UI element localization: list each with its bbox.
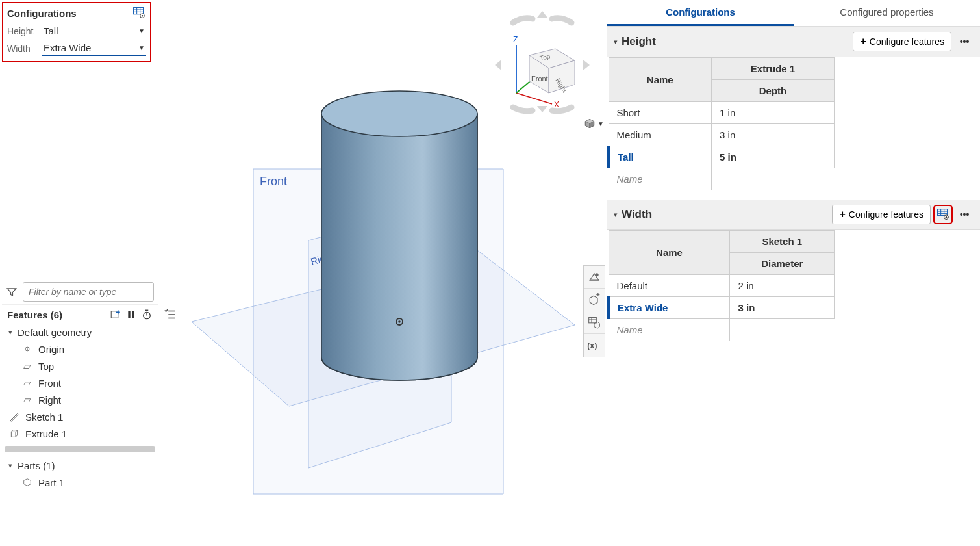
height-name-header: Name bbox=[609, 58, 712, 102]
table-row[interactable]: Short 1 in bbox=[609, 102, 835, 124]
configure-features-button[interactable]: + Configure features bbox=[832, 205, 931, 224]
right-panel-tabs: Configurations Configured properties bbox=[607, 0, 980, 27]
svg-text:X: X bbox=[554, 100, 559, 109]
config-table-tool-button[interactable] bbox=[584, 311, 605, 334]
configure-features-button[interactable]: + Configure features bbox=[853, 32, 951, 51]
svg-point-6 bbox=[142, 15, 144, 17]
height-group-header: Extrude 1 bbox=[712, 58, 835, 80]
svg-point-64 bbox=[946, 216, 948, 218]
tool-strip: (x) bbox=[583, 265, 605, 358]
height-config-table: Name Extrude 1 Depth Short 1 in Medium 3… bbox=[607, 57, 835, 190]
height-label: Height bbox=[7, 26, 38, 36]
top-plane-item[interactable]: ▱ Top bbox=[2, 358, 158, 374]
caret-down-icon: ▼ bbox=[138, 44, 145, 51]
height-section-header: ▾ Height + Configure features ••• bbox=[607, 27, 980, 57]
svg-rect-0 bbox=[134, 8, 144, 14]
configurations-right-panel: Configurations Configured properties ▾ H… bbox=[607, 0, 980, 546]
height-select[interactable]: Tall ▼ bbox=[42, 24, 146, 38]
tab-configured-properties[interactable]: Configured properties bbox=[794, 0, 980, 26]
plane-icon: ▱ bbox=[21, 394, 33, 406]
svg-point-49 bbox=[596, 273, 599, 276]
render-mode-button[interactable]: ▼ bbox=[583, 117, 604, 130]
svg-rect-10 bbox=[128, 311, 130, 318]
view-cube[interactable]: Z X Y Top Front Right bbox=[494, 10, 591, 114]
new-row-input[interactable]: Name bbox=[609, 168, 835, 190]
width-name-header: Name bbox=[609, 231, 730, 275]
svg-marker-30 bbox=[537, 11, 547, 18]
appearance-tool-button[interactable] bbox=[584, 266, 605, 289]
part-icon bbox=[21, 476, 33, 488]
table-row[interactable]: Tall 5 in bbox=[609, 146, 835, 168]
width-section-title: Width bbox=[622, 208, 828, 221]
svg-marker-32 bbox=[495, 60, 501, 70]
configurations-panel: Configurations Height Tall ▼ Width Extra… bbox=[2, 2, 151, 62]
height-select-value: Tall bbox=[44, 25, 58, 36]
svg-marker-56 bbox=[594, 322, 599, 328]
width-config-table: Name Sketch 1 Diameter Default 2 in Extr… bbox=[607, 230, 835, 341]
extrude-item[interactable]: Extrude 1 bbox=[2, 425, 158, 442]
svg-marker-33 bbox=[583, 60, 590, 70]
height-depth-header: Depth bbox=[712, 80, 835, 102]
variables-tool-button[interactable]: (x) bbox=[584, 334, 605, 357]
part-item[interactable]: Part 1 bbox=[2, 474, 158, 491]
right-plane-item[interactable]: ▱ Right bbox=[2, 391, 158, 408]
chevron-down-icon[interactable]: ▾ bbox=[614, 211, 618, 219]
width-select[interactable]: Extra Wide ▼ bbox=[42, 41, 146, 56]
svg-marker-50 bbox=[590, 296, 597, 304]
table-row[interactable]: Extra Wide 3 in bbox=[609, 297, 835, 319]
add-cube-tool-button[interactable] bbox=[584, 289, 605, 311]
front-plane-item[interactable]: ▱ Front bbox=[2, 374, 158, 391]
pause-icon[interactable] bbox=[125, 309, 137, 320]
plus-icon: + bbox=[839, 209, 845, 220]
svg-point-29 bbox=[398, 320, 401, 323]
svg-rect-58 bbox=[938, 209, 948, 216]
svg-rect-11 bbox=[132, 311, 134, 318]
new-row-input[interactable]: Name bbox=[609, 319, 835, 341]
svg-rect-53 bbox=[589, 318, 597, 323]
width-group-header: Sketch 1 bbox=[730, 231, 835, 253]
height-section-title: Height bbox=[622, 35, 849, 48]
configurations-title: Configurations bbox=[7, 8, 77, 19]
more-menu-button[interactable]: ••• bbox=[955, 32, 974, 51]
plus-icon: + bbox=[860, 36, 866, 47]
rollback-bar[interactable] bbox=[5, 446, 155, 452]
svg-point-16 bbox=[27, 348, 28, 350]
caret-down-icon: ▼ bbox=[138, 27, 145, 34]
default-geometry-item[interactable]: ▾ Default geometry bbox=[2, 324, 158, 341]
width-section-header: ▾ Width + Configure features ••• bbox=[607, 200, 980, 230]
caret-down-icon: ▼ bbox=[597, 120, 604, 127]
chevron-down-icon: ▾ bbox=[8, 328, 12, 337]
add-feature-icon[interactable] bbox=[110, 309, 121, 320]
stopwatch-icon[interactable] bbox=[141, 309, 153, 320]
origin-item[interactable]: Origin bbox=[2, 341, 158, 358]
configurations-visibility-icon[interactable] bbox=[132, 6, 146, 20]
chevron-down-icon: ▾ bbox=[8, 462, 12, 470]
width-select-value: Extra Wide bbox=[44, 42, 91, 53]
svg-text:Z: Z bbox=[513, 35, 518, 44]
table-row[interactable]: Default 2 in bbox=[609, 275, 835, 297]
plane-icon: ▱ bbox=[21, 377, 33, 389]
filter-icon[interactable] bbox=[6, 286, 18, 298]
parts-header-item[interactable]: ▾ Parts (1) bbox=[2, 458, 158, 474]
svg-line-36 bbox=[516, 93, 552, 104]
plane-icon: ▱ bbox=[21, 360, 33, 372]
width-diameter-header: Diameter bbox=[730, 253, 835, 275]
svg-text:Front: Front bbox=[531, 75, 548, 83]
svg-marker-31 bbox=[537, 106, 547, 112]
table-row[interactable]: Medium 3 in bbox=[609, 124, 835, 146]
sketch-icon bbox=[8, 411, 20, 422]
svg-point-27 bbox=[321, 91, 477, 136]
origin-icon bbox=[21, 343, 33, 355]
filter-input[interactable] bbox=[23, 282, 154, 302]
extrude-icon bbox=[8, 428, 20, 439]
features-header-label: Features (6) bbox=[7, 309, 62, 320]
more-menu-button[interactable]: ••• bbox=[955, 205, 974, 224]
width-label: Width bbox=[7, 44, 38, 54]
sketch-item[interactable]: Sketch 1 bbox=[2, 408, 158, 425]
tab-configurations[interactable]: Configurations bbox=[607, 0, 794, 26]
model-viewport[interactable]: Front Right bbox=[159, 0, 607, 546]
chevron-down-icon[interactable]: ▾ bbox=[614, 38, 618, 46]
front-plane-label: Front bbox=[260, 175, 287, 188]
svg-text:(x): (x) bbox=[587, 341, 597, 350]
config-visibility-icon[interactable] bbox=[935, 206, 951, 223]
